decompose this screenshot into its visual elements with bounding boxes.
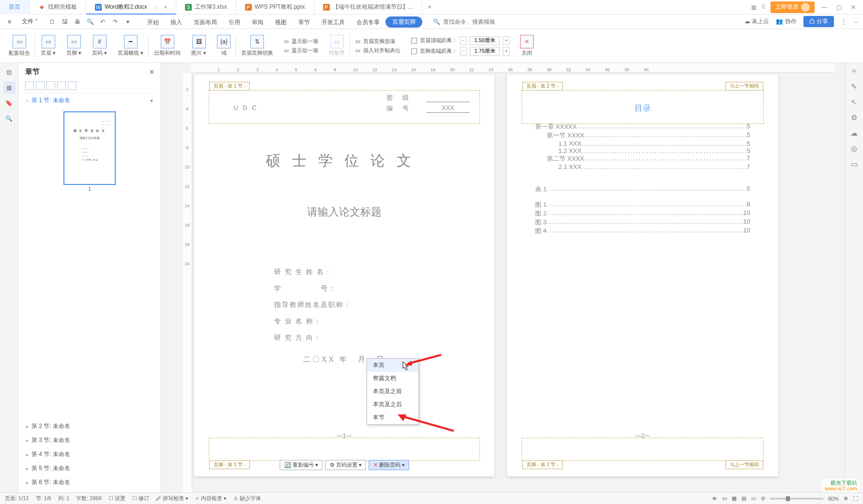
- spin-down[interactable]: −: [460, 47, 467, 56]
- tab-layout[interactable]: 页面布局: [188, 15, 223, 29]
- rib-datetime[interactable]: 📅日期和时间: [150, 31, 185, 61]
- section-current[interactable]: ▿第 1 节: 未命名▾: [23, 93, 156, 107]
- tab-member[interactable]: 会员专享: [351, 15, 385, 29]
- qat-more[interactable]: ▾: [122, 16, 134, 28]
- rib-header[interactable]: ▭页眉 ▾: [37, 31, 60, 61]
- section-item[interactable]: ▸第 6 节: 未命名: [23, 475, 156, 489]
- footer-area[interactable]: 页脚 - 第 1 节 - —1— 🔄 重新编号 ▾ ⚙ 页码设置 ▾ ✕ 删除页…: [209, 438, 480, 461]
- zoom-slider[interactable]: [770, 498, 823, 500]
- sb-view-outline[interactable]: ▤: [741, 495, 746, 502]
- tab-template[interactable]: ◆找稻壳模板: [30, 0, 86, 15]
- rail-bookmark[interactable]: 🔖: [3, 97, 15, 109]
- sb-view-eye[interactable]: 👁: [712, 496, 717, 502]
- tab-header-footer[interactable]: 页眉页脚: [385, 16, 422, 28]
- sb-page[interactable]: 页面: 1/12: [5, 495, 29, 502]
- zoom-value[interactable]: 80%: [828, 496, 839, 502]
- rail-search[interactable]: 🔍: [3, 112, 15, 125]
- cloud-status[interactable]: ☁ 未上云: [744, 17, 769, 26]
- qat-preview[interactable]: 🔍: [84, 16, 96, 28]
- qat-new[interactable]: 🗋: [46, 16, 58, 28]
- rail-sections[interactable]: ▦: [3, 81, 15, 94]
- sidepanel-close[interactable]: ×: [150, 68, 154, 76]
- rib-next[interactable]: ▭显示后一项: [284, 47, 318, 54]
- header-area[interactable]: 页眉 - 第 1 节 - 密 级 U D C编 号XXX: [209, 90, 480, 124]
- zoom-out[interactable]: ⊖: [761, 495, 765, 502]
- ctx-this-section[interactable]: 本节: [367, 411, 418, 424]
- qat-save[interactable]: 🖫: [59, 16, 71, 28]
- doc-subtitle[interactable]: 请输入论文标题: [222, 205, 466, 219]
- section-more[interactable]: ▾: [150, 97, 153, 104]
- document-canvas[interactable]: 123456810121416182022242628303234363840 …: [161, 63, 845, 492]
- input-hdr-dist[interactable]: [470, 36, 500, 45]
- coop-button[interactable]: 👥 协作: [776, 17, 796, 26]
- rib-close[interactable]: ✕关闭: [516, 31, 538, 61]
- minimize-button[interactable]: —: [819, 2, 829, 12]
- command-search[interactable]: 🔍: [433, 18, 525, 25]
- rib-footer[interactable]: ▭页脚 ▾: [62, 31, 85, 61]
- rail-cloud[interactable]: ☁: [850, 129, 858, 137]
- footer-area[interactable]: 页脚 - 第 2 节 - 与上一节相同 —2—: [522, 438, 764, 461]
- rail-read[interactable]: ▭: [851, 160, 858, 168]
- sp-btn-3[interactable]: [46, 81, 55, 90]
- ctx-whole-doc[interactable]: 整篇文档: [367, 372, 418, 385]
- ftr-renumber[interactable]: 🔄 重新编号 ▾: [280, 460, 323, 470]
- sb-view-web[interactable]: ▦: [732, 495, 737, 502]
- tab-pptx[interactable]: PWPS PPT教程.pptx: [236, 0, 314, 15]
- spin-up[interactable]: +: [503, 47, 509, 56]
- rib-align-tab[interactable]: ▭插入对齐制表位: [355, 47, 401, 54]
- close-button[interactable]: ✕: [848, 2, 858, 12]
- rib-prev[interactable]: ▭显示前一项: [284, 38, 318, 45]
- ctx-this-page[interactable]: 本页: [367, 359, 418, 372]
- tab-word-doc[interactable]: WWord教程2.docx○▾: [86, 0, 176, 15]
- tab-references[interactable]: 引用: [223, 15, 246, 29]
- rail-location[interactable]: ◎: [851, 144, 857, 153]
- login-button[interactable]: 立即登录: [771, 1, 815, 13]
- file-menu[interactable]: 文件 ˅: [17, 16, 43, 28]
- section-item[interactable]: ▸第 3 节: 未命名: [23, 433, 156, 447]
- rib-image[interactable]: 🖼图片 ▾: [187, 31, 210, 61]
- rail-settings[interactable]: ⚙: [851, 113, 857, 122]
- tab-start[interactable]: 开始: [141, 15, 165, 29]
- sp-btn-2[interactable]: [36, 81, 45, 90]
- tab-review[interactable]: 审阅: [246, 15, 269, 29]
- rib-pagenum[interactable]: #页码 ▾: [88, 31, 111, 61]
- rib-sameprev[interactable]: ▭同前节: [325, 31, 349, 61]
- tab-view[interactable]: 视图: [269, 15, 293, 29]
- sb-fullscreen[interactable]: ⛶: [853, 496, 858, 502]
- qat-print[interactable]: 🖶: [72, 16, 83, 28]
- spin-down[interactable]: −: [460, 36, 467, 45]
- menu-hamburger[interactable]: ≡: [3, 16, 16, 28]
- rib-hf-options[interactable]: ▭页眉页脚选项: [355, 38, 401, 45]
- rib-set-combo[interactable]: ▭配套组合: [5, 31, 34, 61]
- sp-btn-1[interactable]: [25, 81, 34, 90]
- ctx-before[interactable]: 本页及之前: [367, 385, 418, 398]
- tab-home[interactable]: 首页: [0, 0, 30, 15]
- collapse-ribbon[interactable]: ︿: [853, 17, 859, 26]
- tab-pptx2[interactable]: P【端午狂欢祝福浓情满节日】...: [314, 0, 422, 15]
- tab-insert[interactable]: 插入: [165, 15, 188, 29]
- sb-view-print[interactable]: ▭: [722, 495, 727, 502]
- rib-hf-switch[interactable]: ⇅页眉页脚切换: [237, 31, 277, 61]
- share-button[interactable]: 凸 分享: [803, 16, 834, 27]
- sb-column[interactable]: 列: 1: [58, 495, 69, 502]
- maximize-button[interactable]: ▢: [834, 2, 844, 12]
- grid-icon[interactable]: ▦: [751, 4, 756, 11]
- tab-chapter[interactable]: 章节: [293, 15, 316, 29]
- qat-undo[interactable]: ↶: [97, 16, 108, 28]
- vertical-ruler[interactable]: 2468101214161820: [183, 73, 192, 492]
- rail-sparkle[interactable]: ✧: [851, 67, 857, 76]
- page-1[interactable]: 页眉 - 第 1 节 - 密 级 U D C编 号XXX 硕士学位论文 请输入论…: [194, 75, 494, 476]
- sp-btn-4[interactable]: [57, 81, 66, 90]
- rib-field[interactable]: {a}域: [213, 31, 234, 61]
- ftr-delete-pgnum[interactable]: ✕ 删除页码 ▾: [369, 460, 409, 470]
- rail-outline[interactable]: ▤: [3, 66, 15, 78]
- search-input[interactable]: [443, 18, 525, 25]
- page-thumbnail[interactable]: ⋯ ⋯⋯ ⋯ 硕 士 学 位 论 文 请输入论文标题 ⋯⋯⋯⋯⋯⋯⋯⋯⋯二〇XX…: [63, 111, 116, 185]
- tab-xlsx[interactable]: S工作簿3.xlsx: [176, 0, 236, 15]
- sb-settings[interactable]: ☐ 设置: [108, 495, 125, 502]
- horizontal-ruler[interactable]: 123456810121416182022242628303234363840: [190, 63, 835, 73]
- sb-view-read[interactable]: ▭: [751, 495, 756, 502]
- input-ftr-dist[interactable]: [470, 47, 500, 56]
- section-item[interactable]: ▸第 2 节: 未命名: [23, 419, 156, 433]
- tab-more-icon[interactable]: ▾: [164, 4, 167, 11]
